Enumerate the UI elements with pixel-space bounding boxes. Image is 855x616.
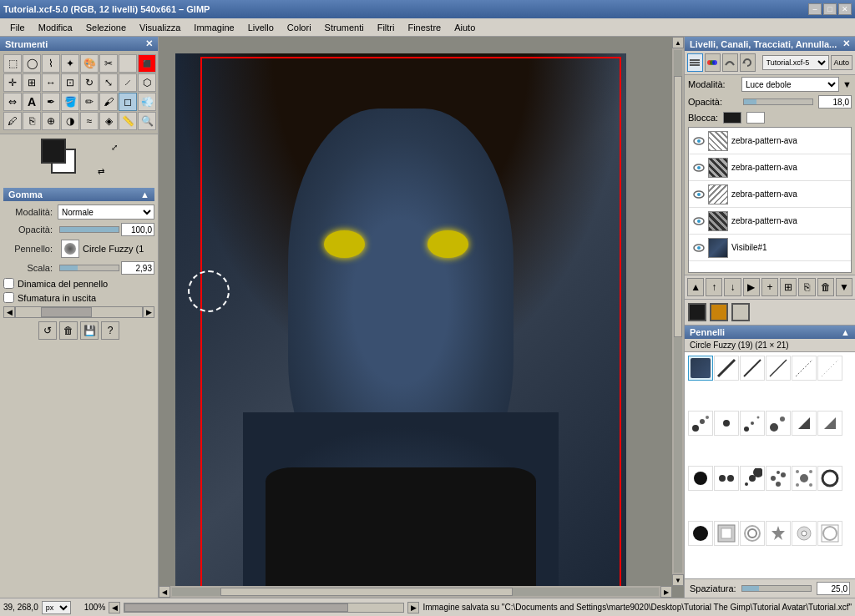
layer-eye-4[interactable] [692, 241, 706, 255]
brush-cell-20[interactable] [740, 521, 765, 546]
tool-paintbrush[interactable]: 🖌 [99, 93, 118, 111]
tool-measure[interactable]: 📏 [119, 112, 137, 130]
brush-cell-3[interactable] [766, 356, 791, 381]
tool-iscissor[interactable]: ✂ [99, 54, 118, 73]
layer-group[interactable]: ⊞ [780, 278, 797, 296]
file-select[interactable]: Tutorial.xcf-5 [762, 55, 829, 70]
tool-pencil[interactable]: ✏ [80, 93, 99, 111]
delete-tool-button[interactable]: 🗑 [59, 321, 78, 340]
layers-opacity-input[interactable] [818, 95, 852, 109]
layer-eye-3[interactable] [692, 215, 706, 228]
layer-eye-0[interactable] [692, 134, 706, 148]
opacity-track[interactable] [59, 226, 119, 233]
close-button[interactable]: ✕ [838, 3, 852, 15]
brush-cell-21[interactable] [766, 521, 791, 546]
brush-cell-2[interactable] [740, 356, 765, 381]
scale-input[interactable] [121, 261, 154, 275]
tool-rect-select[interactable]: ⬚ [3, 54, 22, 73]
spacing-slider[interactable] [741, 585, 812, 592]
layer-item-2[interactable]: zebra-pattern-ava [689, 181, 851, 208]
tool-transform[interactable]: ↔ [42, 73, 60, 92]
save-tool-button[interactable]: 💾 [80, 321, 99, 340]
status-scroll-right[interactable]: ▶ [407, 602, 419, 613]
layers-tab[interactable] [687, 53, 703, 72]
tool-path[interactable]: ✒ [42, 93, 60, 111]
brush-cell-1[interactable] [714, 356, 739, 381]
status-scrollbar[interactable] [124, 603, 404, 613]
canvas-expand-up[interactable]: ▲ [672, 37, 684, 48]
layer-duplicate[interactable]: ⎘ [798, 278, 815, 296]
tool-clone[interactable]: ⎘ [23, 112, 41, 130]
layers-mode-select[interactable]: Luce debole [741, 77, 839, 92]
menu-filtri[interactable]: Filtri [371, 21, 402, 34]
channels-tab[interactable] [705, 53, 721, 72]
tool-ink[interactable]: 🖊 [3, 112, 22, 130]
tool-flip[interactable]: ⇔ [3, 93, 22, 111]
layer-move-up[interactable]: ↑ [706, 278, 722, 296]
layer-add[interactable]: + [761, 278, 778, 296]
tool-colorpicker[interactable]: 🔍 [138, 112, 156, 130]
canvas-area[interactable]: ◀ ▶ ▲ ▼ [159, 37, 684, 598]
fade-checkbox[interactable] [3, 292, 14, 303]
tool-align[interactable]: ⊞ [23, 73, 41, 92]
right-fg-swatch[interactable] [688, 303, 706, 321]
right-bg-swatch[interactable] [731, 303, 750, 321]
options-scrollbar[interactable] [15, 306, 143, 318]
brush-cell-circle-fuzzy[interactable] [688, 356, 713, 381]
minimize-button[interactable]: – [808, 3, 822, 15]
lock-swatch-light[interactable] [746, 112, 765, 124]
layer-scroll-up[interactable]: ▲ [687, 278, 704, 296]
layers-opacity-slider[interactable] [743, 98, 813, 105]
menu-immagine[interactable]: Immagine [187, 21, 240, 34]
lock-swatch-dark[interactable] [723, 112, 741, 124]
tool-airbrush[interactable]: 💨 [138, 93, 156, 111]
brush-cell-16[interactable] [792, 466, 817, 491]
auto-button[interactable]: Auto [831, 55, 853, 70]
foreground-swatch[interactable] [41, 139, 66, 164]
tool-crop[interactable]: ⊡ [61, 73, 79, 92]
layer-move-down[interactable]: ↓ [724, 278, 741, 296]
toolbox-close-button[interactable]: ✕ [145, 38, 153, 49]
menu-strumenti[interactable]: Strumenti [318, 21, 371, 34]
canvas-expand-right[interactable]: ▶ [660, 586, 672, 598]
swap-colors-icon[interactable]: ⇄ [98, 167, 104, 176]
layer-delete[interactable]: 🗑 [817, 278, 834, 296]
tool-paintbucket[interactable]: 🪣 [61, 93, 79, 111]
brush-cell-17[interactable] [817, 466, 842, 491]
right-panel-close[interactable]: ✕ [842, 38, 850, 49]
brush-cell-8[interactable] [740, 411, 765, 436]
tool-free-select[interactable]: ⌇ [42, 54, 60, 73]
brush-cell-14[interactable] [740, 466, 765, 491]
brush-cell-5[interactable] [817, 356, 842, 381]
menu-finestre[interactable]: Finestre [401, 21, 448, 34]
brush-cell-23[interactable] [817, 521, 842, 546]
dynamics-checkbox[interactable] [3, 278, 14, 289]
scale-track[interactable] [59, 265, 119, 271]
tool-options-scroll[interactable]: ▲ [140, 189, 149, 199]
tool-smudge[interactable]: ≈ [80, 112, 99, 130]
brush-cell-22[interactable] [792, 521, 817, 546]
brush-cell-18[interactable] [688, 521, 713, 546]
layer-item-1[interactable]: zebra-pattern-ava [689, 154, 851, 181]
menu-visualizza[interactable]: Visualizza [133, 21, 187, 34]
brush-cell-13[interactable] [714, 466, 739, 491]
menu-colori[interactable]: Colori [281, 21, 318, 34]
reset-tool-button[interactable]: ↺ [38, 321, 57, 340]
brush-cell-6[interactable] [688, 411, 713, 436]
tool-dodge-burn[interactable]: ◑ [61, 112, 79, 130]
tool-scale[interactable]: ⤡ [99, 73, 118, 92]
brushes-expand[interactable]: ▲ [841, 327, 850, 337]
reset-colors-icon[interactable]: ⤢ [111, 143, 118, 152]
help-tool-button[interactable]: ? [101, 321, 119, 340]
layer-item-0[interactable]: zebra-pattern-ava [689, 128, 851, 154]
tool-shear[interactable]: ⟋ [119, 73, 137, 92]
tool-rotate[interactable]: ↻ [80, 73, 99, 92]
scroll-left-button[interactable]: ◀ [3, 306, 15, 318]
status-scroll-left[interactable]: ◀ [109, 602, 120, 613]
layer-item-4[interactable]: Visibile#1 [689, 235, 851, 261]
tool-color-swatch[interactable]: ⬛ [138, 54, 156, 73]
undo-history-tab[interactable] [740, 53, 756, 72]
menu-modifica[interactable]: Modifica [32, 21, 79, 34]
brush-cell-10[interactable] [792, 411, 817, 436]
canvas-expand-down[interactable]: ▼ [672, 574, 684, 586]
